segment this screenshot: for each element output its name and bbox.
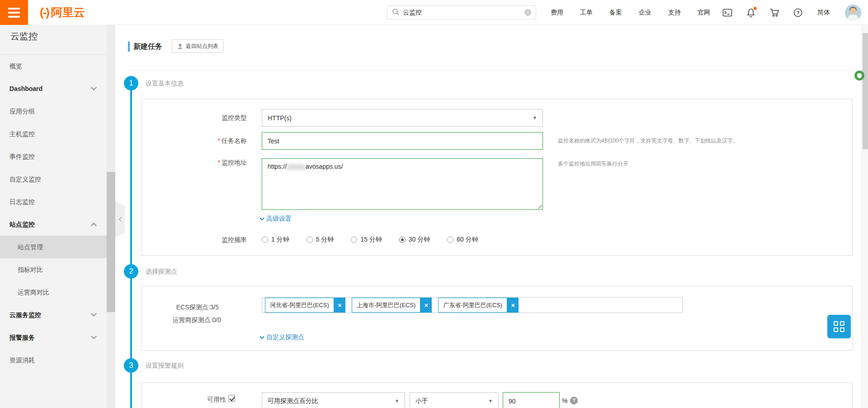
radio-selected-icon — [399, 237, 406, 243]
sidebar-item-dashboard[interactable]: Dashboard — [0, 77, 107, 100]
chevron-down-icon — [260, 335, 264, 339]
availability-checkbox[interactable] — [228, 395, 235, 402]
custom-probes-link[interactable]: 自定义探测点 — [260, 333, 304, 342]
nav-item-support[interactable]: 支持 — [668, 9, 681, 17]
top-bar: (-) 阿里云 云监控 × 费用 工单 备案 企业 支持 官网 — [0, 0, 868, 25]
ecs-probes-label: ECS探测点:3/5 — [142, 301, 219, 313]
required-mark: * — [218, 137, 220, 144]
select-caret-icon: ▼ — [533, 115, 537, 120]
radio-icon — [351, 237, 357, 243]
select-caret-icon: ▼ — [488, 399, 493, 403]
quick-apps-button[interactable] — [827, 315, 851, 338]
radio-15min[interactable]: 15 分钟 — [351, 236, 382, 244]
sidebar-item-app-groups[interactable]: 应用分组 — [0, 100, 107, 123]
title-accent-bar — [128, 42, 130, 52]
shield-icon — [857, 73, 862, 79]
sidebar-item-custom-monitoring[interactable]: 自定义监控 — [0, 168, 107, 190]
sidebar-item-alarm-service[interactable]: 报警服务 — [0, 326, 107, 349]
remove-tag-button[interactable]: × — [507, 298, 519, 313]
cart-icon[interactable] — [769, 8, 779, 18]
page-scrollbar[interactable] — [862, 25, 868, 408]
avatar-face — [850, 8, 856, 14]
sidebar-item-cloud-service-monitoring[interactable]: 云服务监控 — [0, 304, 107, 326]
sidebar-menu: 概览 Dashboard 应用分组 主机监控 事件监控 自定义监控 日志监控 站… — [0, 55, 107, 371]
threshold-input[interactable]: 90 — [503, 392, 560, 408]
aliyun-logo-text: 阿里云 — [51, 5, 85, 20]
monitor-type-label: 监控类型 — [142, 109, 247, 127]
notification-dot — [754, 7, 757, 10]
threshold-help-icon[interactable]: ? — [570, 397, 578, 404]
sidebar-item-carrier-comparison[interactable]: 运营商对比 — [0, 281, 107, 304]
remove-tag-button[interactable]: × — [334, 298, 345, 313]
chevron-down-icon — [260, 216, 264, 221]
radio-5min[interactable]: 5 分钟 — [307, 236, 334, 244]
monitor-url-textarea[interactable]: https://xxxxxxavosapps.us/ — [262, 158, 543, 210]
sidebar-item-site-management[interactable]: 站点管理 — [0, 236, 107, 258]
select-caret-icon: ▼ — [395, 399, 399, 403]
page-scrollbar-thumb[interactable] — [863, 33, 868, 149]
operator-select[interactable]: 小于 ▼ — [410, 392, 499, 408]
step-2-label: 选择探测点 — [146, 267, 177, 276]
radio-30min-selected[interactable]: 30 分钟 — [399, 236, 430, 244]
cloudshell-icon[interactable] — [722, 8, 732, 18]
back-to-site-list-button[interactable]: 返回站点列表 — [172, 39, 224, 53]
frequency-radio-group: 1 分钟 5 分钟 15 分钟 30 分钟 60 分钟 — [262, 233, 478, 247]
sidebar-item-site-monitoring[interactable]: 站点监控 — [0, 213, 107, 236]
probe-tag-label: 广东省-阿里巴巴(ECS) — [438, 298, 507, 313]
user-avatar[interactable] — [845, 5, 861, 21]
global-search-input[interactable]: 云监控 × — [387, 5, 536, 19]
search-icon — [392, 8, 399, 17]
nav-item-icp[interactable]: 备案 — [609, 9, 622, 17]
task-name-input[interactable]: Test — [262, 132, 543, 150]
aliyun-logo[interactable]: (-) 阿里云 — [40, 0, 85, 25]
sidebar-item-host-monitoring[interactable]: 主机监控 — [0, 123, 107, 145]
notifications-bell-icon[interactable] — [746, 8, 756, 18]
radio-60min[interactable]: 60 分钟 — [447, 236, 478, 244]
help-icon[interactable]: ? — [793, 8, 803, 18]
locale-switch[interactable]: 简体 — [817, 0, 830, 25]
step-1-label: 设置基本信息 — [146, 79, 184, 88]
probe-tag: 广东省-阿里巴巴(ECS) × — [438, 298, 519, 313]
sidebar-item-metric-comparison[interactable]: 指标对比 — [0, 258, 107, 281]
sidebar-scrollbar[interactable] — [107, 25, 115, 408]
page-title: 新建任务 — [133, 42, 162, 52]
step-3-badge: 3 — [124, 358, 138, 373]
app-grid-icon — [834, 321, 844, 332]
security-shield-badge[interactable] — [854, 71, 864, 81]
step-2-badge: 2 — [124, 264, 138, 279]
sidebar-item-resource-consumption[interactable]: 资源消耗 — [0, 349, 107, 371]
metric-select[interactable]: 可用探测点百分比 ▼ — [262, 392, 405, 408]
sidebar-title: 云监控 — [0, 25, 107, 55]
task-name-label: *任务名称 — [142, 132, 247, 150]
remove-tag-button[interactable]: × — [420, 298, 432, 313]
probe-tags-input[interactable]: 河北省-阿里巴巴(ECS) × 上海市-阿里巴巴(ECS) × 广东省-阿里巴巴… — [262, 297, 683, 313]
probe-tag: 河北省-阿里巴巴(ECS) × — [265, 298, 345, 313]
chevron-down-icon — [91, 333, 97, 339]
avatar-shoulders — [848, 14, 859, 21]
textarea-resize-handle[interactable] — [538, 204, 542, 209]
carrier-probes-label: 运营商探测点:0/0 — [142, 313, 221, 326]
sidebar-scrollbar-thumb[interactable] — [107, 172, 115, 312]
monitor-type-select[interactable]: HTTP(s) ▼ — [262, 109, 543, 127]
nav-item-ticket[interactable]: 工单 — [580, 9, 593, 17]
sidebar-collapse-handle[interactable] — [115, 201, 125, 237]
monitor-url-help: 多个监控地址用回车换行分开 — [558, 159, 628, 168]
probe-tag-label: 上海市-阿里巴巴(ECS) — [352, 298, 421, 313]
header-divider — [128, 71, 854, 71]
probe-tag-label: 河北省-阿里巴巴(ECS) — [265, 298, 334, 313]
chevron-up-icon — [91, 223, 97, 228]
chevron-left-icon — [118, 216, 123, 223]
clear-search-icon[interactable]: × — [524, 9, 531, 16]
svg-text:?: ? — [797, 10, 800, 15]
nav-item-enterprise[interactable]: 企业 — [639, 9, 651, 17]
step-1-badge: 1 — [124, 76, 138, 90]
probe-tag: 上海市-阿里巴巴(ECS) × — [352, 298, 432, 313]
sidebar-item-event-monitoring[interactable]: 事件监控 — [0, 145, 107, 168]
advanced-settings-link[interactable]: 高级设置 — [260, 214, 292, 223]
nav-item-official-site[interactable]: 官网 — [698, 9, 710, 17]
sidebar-item-log-monitoring[interactable]: 日志监控 — [0, 190, 107, 213]
nav-item-billing[interactable]: 费用 — [551, 9, 563, 17]
hamburger-menu-button[interactable] — [0, 0, 28, 25]
radio-1min[interactable]: 1 分钟 — [262, 236, 289, 244]
sidebar-item-overview[interactable]: 概览 — [0, 55, 107, 77]
